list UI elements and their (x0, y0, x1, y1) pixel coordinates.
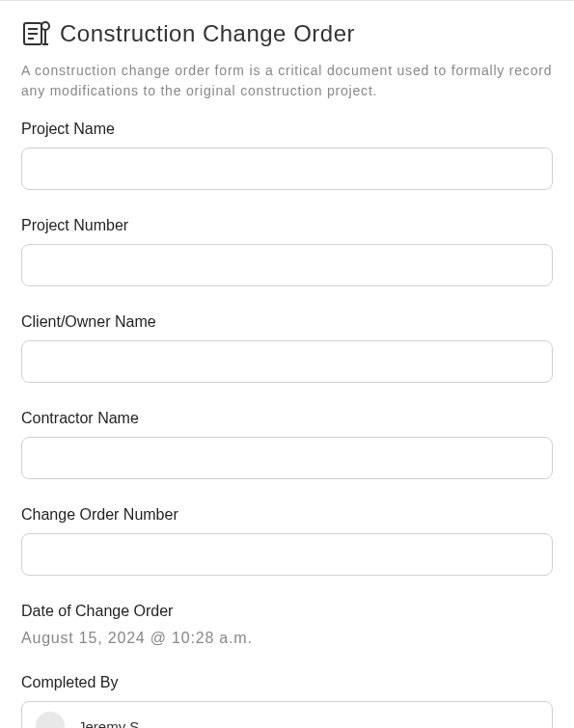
field-project-name: Project Name (21, 121, 553, 190)
label-client-owner-name: Client/Owner Name (21, 313, 553, 331)
field-client-owner-name: Client/Owner Name (21, 313, 553, 383)
label-change-order-number: Change Order Number (21, 506, 553, 524)
field-date-of-change-order: Date of Change Order August 15, 2024 @ 1… (21, 603, 553, 647)
completed-by-selector[interactable]: Jeremy S (21, 701, 553, 728)
label-date-of-change-order: Date of Change Order (21, 603, 553, 620)
value-date-of-change-order: August 15, 2024 @ 10:28 a.m. (21, 630, 553, 647)
form-container: Construction Change Order A construction… (0, 1, 574, 728)
form-title: Construction Change Order (60, 20, 355, 47)
label-contractor-name: Contractor Name (21, 410, 553, 427)
form-header: Construction Change Order (21, 18, 553, 49)
input-change-order-number[interactable] (21, 533, 553, 576)
blueprint-icon (21, 18, 52, 49)
input-contractor-name[interactable] (21, 437, 553, 479)
avatar-icon (36, 712, 65, 728)
label-completed-by: Completed By (21, 674, 553, 691)
field-contractor-name: Contractor Name (21, 410, 553, 479)
field-change-order-number: Change Order Number (21, 506, 553, 576)
input-project-number[interactable] (21, 244, 553, 286)
label-project-name: Project Name (21, 121, 553, 138)
field-completed-by: Completed By Jeremy S (21, 674, 553, 728)
form-description: A construction change order form is a cr… (21, 61, 553, 101)
field-project-number: Project Number (21, 217, 553, 286)
input-client-owner-name[interactable] (21, 340, 553, 383)
svg-point-4 (41, 22, 49, 30)
label-project-number: Project Number (21, 217, 553, 234)
input-project-name[interactable] (21, 148, 553, 190)
completed-by-user-name: Jeremy S (78, 718, 139, 729)
